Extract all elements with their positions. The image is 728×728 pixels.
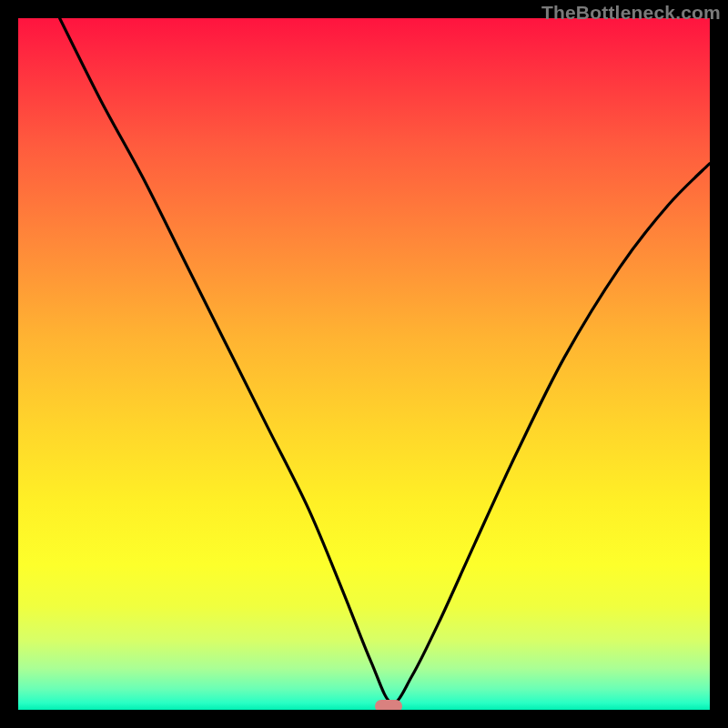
bottleneck-curve [60,18,710,703]
watermark-text: TheBottleneck.com [541,2,721,24]
plot-area [18,18,710,710]
curve-svg [18,18,710,710]
chart-frame: TheBottleneck.com [0,0,728,728]
optimum-marker [375,700,402,710]
